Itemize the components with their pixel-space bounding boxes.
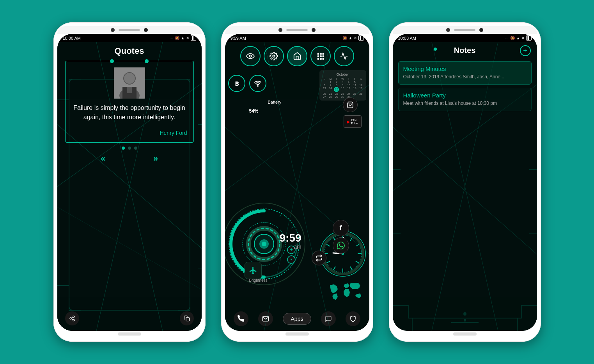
- cal-day: 19: [358, 87, 364, 92]
- cal-day: 13: [322, 87, 328, 92]
- svg-line-75: [333, 267, 335, 270]
- svg-rect-36: [317, 58, 319, 60]
- svg-line-51: [291, 226, 294, 228]
- weather-icon: [246, 52, 255, 60]
- cal-day: 7: [328, 84, 333, 87]
- cal-day: 3: [340, 81, 346, 83]
- svg-line-78: [326, 244, 330, 246]
- world-map-svg: [328, 281, 367, 303]
- speaker: [119, 29, 140, 31]
- activity-icon-btn[interactable]: [334, 46, 354, 66]
- svg-rect-37: [320, 58, 322, 60]
- notes-header: Notes +: [393, 42, 537, 59]
- youtube-icon-btn[interactable]: ▶ YouTube: [344, 115, 362, 128]
- clock-ampm: am: [280, 244, 301, 250]
- home-main-area: October SMTWTFS 12345 6789101112 1314151…: [225, 69, 369, 308]
- cal-day: 16: [340, 87, 346, 92]
- note-card-1[interactable]: Meeting Minutes October 13, 2019 Attende…: [398, 61, 532, 85]
- transfer-arrows-icon: [316, 254, 323, 262]
- cal-day: 29: [334, 95, 340, 98]
- activity-icon: [340, 52, 348, 60]
- cal-day: 5: [352, 81, 358, 83]
- cal-hdr: T: [334, 78, 340, 80]
- svg-rect-38: [322, 58, 324, 60]
- dot-2: [128, 147, 131, 150]
- home-button-3[interactable]: [453, 332, 477, 336]
- cal-day: 1: [328, 81, 333, 83]
- cal-day: 21: [328, 92, 333, 95]
- youtube-icon: ▶ YouTube: [344, 115, 362, 128]
- svg-rect-34: [320, 55, 322, 57]
- calendar-month: October: [322, 72, 364, 76]
- status-time-1: 10:00 AM: [63, 36, 81, 41]
- pagination-dots: [122, 147, 137, 150]
- brightness-label: Brightness: [249, 278, 268, 283]
- shop-icon-btn[interactable]: [343, 97, 358, 112]
- svg-line-73: [350, 267, 352, 270]
- svg-text:-: -: [290, 256, 292, 262]
- cal-day: 12: [358, 84, 364, 87]
- camera-lens-2: [312, 28, 316, 32]
- home-button-1[interactable]: [118, 332, 141, 336]
- apps-grid-icon-btn[interactable]: [310, 46, 331, 66]
- calendar-widget[interactable]: October SMTWTFS 12345 6789101112 1314151…: [319, 70, 366, 101]
- svg-point-48: [262, 242, 266, 246]
- home-icon-btn[interactable]: [287, 46, 307, 66]
- notes-list: Meeting Minutes October 13, 2019 Attende…: [393, 59, 537, 113]
- cal-day: 26: [358, 92, 364, 95]
- apps-grid-icon: [316, 52, 325, 60]
- wifi-icon: [254, 80, 262, 87]
- battery-label: Battery: [268, 100, 282, 104]
- settings-icon: [270, 52, 278, 60]
- cal-day: [358, 81, 364, 83]
- cal-day: 6: [322, 84, 328, 87]
- author-photo: [114, 67, 145, 99]
- cal-day: 22: [334, 92, 340, 95]
- status-icons-2: 🔕▲✕▌: [342, 35, 364, 41]
- cal-day: 25: [352, 92, 358, 95]
- facebook-icon-btn[interactable]: f: [333, 220, 349, 236]
- whatsapp-icon-btn[interactable]: [333, 237, 349, 254]
- cal-day: 28: [328, 95, 333, 98]
- cal-day: 23: [340, 92, 346, 95]
- svg-line-86: [393, 127, 537, 254]
- quotes-screen: Quotes: [57, 42, 202, 331]
- home-button-2[interactable]: [285, 332, 309, 336]
- phone-2: 9:59 AM 🔕▲✕▌: [221, 22, 373, 342]
- data-transfer-icon: [312, 251, 326, 265]
- bt-wifi-row: ʙ: [228, 75, 266, 92]
- next-arrow[interactable]: »: [153, 154, 158, 164]
- bag-icon: [347, 101, 354, 108]
- cal-hdr: M: [328, 78, 333, 80]
- svg-line-69: [350, 237, 352, 241]
- svg-point-29: [273, 55, 275, 57]
- status-time-3: 10:03 AM: [398, 36, 416, 41]
- calendar-grid: SMTWTFS 12345 6789101112 13141516171819 …: [322, 78, 364, 98]
- notes-screen: Notes + Meeting Minutes October 13, 2019…: [393, 42, 537, 331]
- airplane-mode-btn[interactable]: [245, 262, 262, 279]
- note-card-2[interactable]: Halloween Party Meet with friends at Lis…: [398, 88, 532, 111]
- weather-icon-btn[interactable]: [240, 46, 261, 66]
- person-silhouette: [114, 67, 145, 99]
- cal-day: 17: [346, 87, 352, 92]
- status-bar-2: 9:59 AM 🔕▲✕▌: [225, 34, 369, 42]
- svg-rect-30: [317, 53, 319, 55]
- wifi-btn[interactable]: [249, 75, 266, 92]
- prev-arrow[interactable]: «: [101, 154, 105, 164]
- cal-day: 4: [346, 81, 352, 83]
- quote-navigation: « »: [65, 150, 194, 168]
- cal-today: 15: [334, 87, 339, 92]
- data-transfer-btn[interactable]: [312, 251, 326, 265]
- whatsapp-svg: [337, 242, 345, 249]
- settings-icon-btn[interactable]: [264, 46, 284, 66]
- quote-frame: Failure is simply the opportunity to beg…: [65, 61, 194, 143]
- notes-add-button[interactable]: +: [520, 45, 531, 56]
- status-icons-3: ···🔕▲✕▌: [505, 35, 531, 41]
- cal-day: 8: [334, 84, 340, 87]
- cal-day: [358, 95, 364, 98]
- note-preview-2: Meet with friends at Lisa's house at 10:…: [403, 100, 527, 107]
- bluetooth-btn[interactable]: ʙ: [228, 75, 245, 92]
- svg-point-39: [257, 86, 258, 87]
- svg-rect-31: [320, 53, 322, 55]
- cal-day: 20: [322, 92, 328, 95]
